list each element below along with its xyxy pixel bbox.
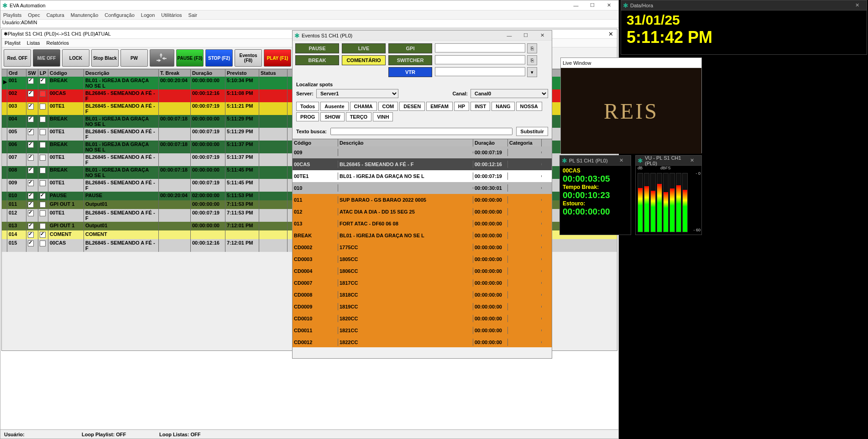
playlist-close-button[interactable]: ✕	[606, 30, 615, 38]
eventos-row[interactable]: CD00111821CC00:00:00:00	[293, 324, 552, 336]
category-button[interactable]: CHAMA	[350, 102, 377, 111]
lp-checkbox[interactable]	[40, 223, 46, 229]
eventos-row[interactable]: BREAKBL01 - IGREJA DA GRAÇA NO SE L00:00…	[293, 230, 552, 241]
lp-checkbox[interactable]	[40, 240, 46, 246]
ev-col-codigo[interactable]: Código	[293, 139, 338, 146]
category-button[interactable]: INST	[471, 102, 490, 111]
sw-checkbox[interactable]	[28, 78, 34, 84]
sw-checkbox[interactable]	[28, 193, 34, 199]
stop-black-button[interactable]: Stop Black	[91, 49, 119, 67]
stop-button[interactable]: STOP (F2)	[205, 49, 233, 67]
server-select[interactable]: Server1	[316, 89, 398, 98]
minimize-button[interactable]: —	[568, 1, 584, 10]
eventos-row[interactable]: CD00071817CC00:00:00:00	[293, 277, 552, 289]
lp-checkbox[interactable]	[40, 78, 46, 84]
ev-vtr-combo[interactable]	[435, 67, 525, 76]
eventos-row[interactable]: CD00031805CC00:00:00:00	[293, 253, 552, 265]
sw-checkbox[interactable]	[28, 240, 34, 246]
ev-col-duracao[interactable]: Duração	[473, 139, 508, 146]
ev-col-categoria[interactable]: Categoria	[508, 139, 542, 146]
col-tbreak[interactable]: T. Break	[159, 69, 191, 77]
lp-checkbox[interactable]	[40, 116, 46, 122]
eventos-row[interactable]: CD00021775CC00:00:00:00	[293, 241, 552, 253]
eventos-row[interactable]: CD00121822CC00:00:00:00	[293, 336, 552, 347]
sw-checkbox[interactable]	[28, 116, 34, 122]
play-button[interactable]: PLAY (F1)	[264, 49, 291, 67]
eventos-button[interactable]: Eventos (F8)	[235, 49, 262, 67]
red-off-button[interactable]: Red. OFF	[4, 49, 31, 67]
eventos-row[interactable]: CD00041806CC00:00:00:00	[293, 265, 552, 277]
category-button[interactable]: NANG	[492, 102, 514, 111]
col-lp[interactable]: LP	[38, 69, 48, 77]
menu-manutencao[interactable]: Manutenção	[71, 12, 99, 18]
close-button[interactable]: ✕	[601, 1, 617, 10]
menu-listas[interactable]: Listas	[27, 40, 40, 46]
sw-checkbox[interactable]	[28, 104, 34, 110]
category-button[interactable]: PROG	[296, 112, 319, 121]
menu-sair[interactable]: Sair	[188, 12, 198, 18]
lp-checkbox[interactable]	[40, 210, 46, 216]
lp-checkbox[interactable]	[40, 91, 46, 97]
pause-button[interactable]: PAUSE (F3)	[176, 49, 204, 67]
sw-checkbox[interactable]	[28, 180, 34, 186]
menu-captura[interactable]: Captura	[47, 12, 64, 18]
category-button[interactable]: COM	[378, 102, 398, 111]
ev-col-descricao[interactable]: Descrição	[338, 139, 473, 146]
col-sw[interactable]: SW	[26, 69, 38, 77]
sw-checkbox[interactable]	[28, 202, 34, 208]
dh-close-button[interactable]: ✕	[849, 1, 865, 10]
ev-gpi-button[interactable]: GPI	[388, 43, 432, 53]
ev-break-button[interactable]: BREAK	[295, 55, 339, 65]
col-codigo[interactable]: Código	[48, 69, 84, 77]
sw-checkbox[interactable]	[28, 167, 34, 173]
eventos-row[interactable]: 00TE1BL01 - IGREJA DA GRAÇA NO SE L00:00…	[293, 170, 552, 182]
maximize-button[interactable]: ☐	[585, 1, 600, 10]
lp-checkbox[interactable]	[40, 193, 46, 199]
eventos-row[interactable]: 011SUP BARAO - GS BARAO 2022 000500:00:0…	[293, 194, 552, 206]
ev-switcher-button[interactable]: SWITCHER	[388, 55, 432, 65]
category-button[interactable]: VINH	[373, 112, 393, 121]
substituir-button[interactable]: Substituir	[516, 127, 548, 136]
eventos-row[interactable]: CD00081818CC00:00:00:00	[293, 289, 552, 301]
sw-checkbox[interactable]	[28, 223, 34, 229]
canal-select[interactable]: Canal0	[471, 89, 548, 98]
ev-vtr-button[interactable]: VTR	[388, 67, 432, 77]
eventos-row[interactable]: CD00101820CC00:00:00:00	[293, 313, 552, 324]
category-button[interactable]: HP	[454, 102, 469, 111]
lp-checkbox[interactable]	[40, 232, 46, 238]
sw-checkbox[interactable]	[28, 142, 34, 148]
lp-checkbox[interactable]	[40, 142, 46, 148]
sw-checkbox[interactable]	[28, 210, 34, 216]
ev-coment-button[interactable]: COMENTÁRIO	[342, 55, 386, 65]
lp-checkbox[interactable]	[40, 129, 46, 135]
ev-maximize-button[interactable]: ☐	[518, 31, 533, 40]
ev-vtr-add-icon[interactable]: ▾	[527, 67, 537, 77]
menu-playlist[interactable]: Playlist	[5, 40, 21, 46]
sw-checkbox[interactable]	[28, 129, 34, 135]
texto-busca-input[interactable]	[330, 128, 512, 135]
ev-gpi-combo[interactable]	[435, 43, 525, 52]
sw-checkbox[interactable]	[28, 155, 34, 161]
menu-configuracao[interactable]: Configuração	[105, 12, 134, 18]
lp-checkbox[interactable]	[40, 167, 46, 173]
menu-utilitarios[interactable]: Utilitários	[161, 12, 182, 18]
eventos-row[interactable]: 00CASBL26845 - SEMEANDO A FÉ - F00:00:12…	[293, 158, 552, 170]
menu-playlists[interactable]: Playlists	[3, 12, 21, 18]
eventos-row[interactable]: 01000:00:30:01	[293, 182, 552, 194]
lp-checkbox[interactable]	[40, 180, 46, 186]
sw-checkbox[interactable]	[28, 91, 34, 97]
plp-close-button[interactable]: ✕	[613, 156, 629, 165]
sw-checkbox[interactable]	[28, 232, 34, 238]
col-previsto[interactable]: Previsto	[225, 69, 259, 77]
eventos-row[interactable]: 012ATAC DIA A DIA - DD 15 SEG 2500:00:00…	[293, 206, 552, 218]
recycle-button[interactable]	[150, 49, 174, 67]
menu-logon[interactable]: Logon	[141, 12, 155, 18]
eventos-row[interactable]: 013FORT ATAC - DF60 06 0800:00:00:00	[293, 218, 552, 230]
vu-close-button[interactable]: ✕	[684, 156, 700, 165]
category-button[interactable]: SHOW	[320, 112, 344, 121]
menu-relatorios[interactable]: Relatórios	[47, 40, 69, 46]
col-status[interactable]: Status	[259, 69, 288, 77]
ev-live-button[interactable]: LIVE	[342, 43, 386, 53]
lp-checkbox[interactable]	[40, 104, 46, 110]
category-button[interactable]: Ausente	[320, 102, 348, 111]
